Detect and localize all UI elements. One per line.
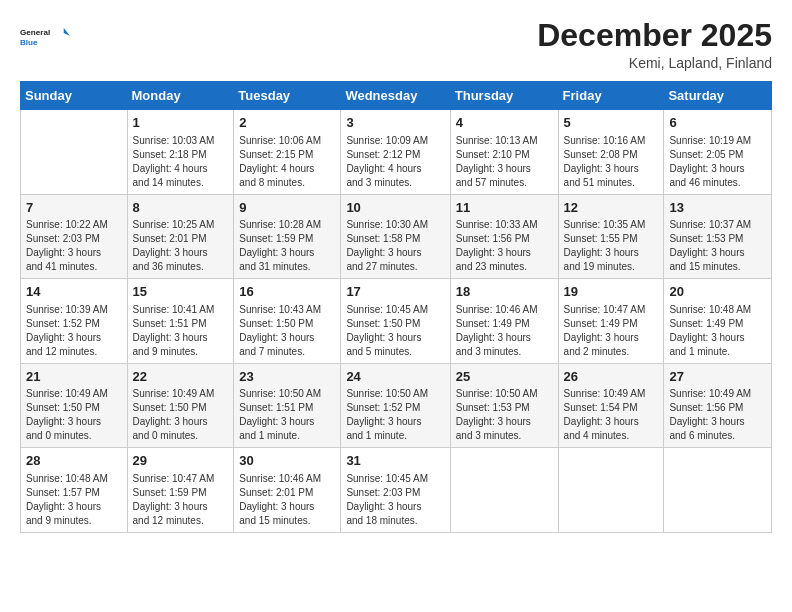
table-row: 29Sunrise: 10:47 AM Sunset: 1:59 PM Dayl… — [127, 448, 234, 533]
cell-info: Sunrise: 10:25 AM Sunset: 2:01 PM Daylig… — [133, 218, 229, 274]
day-number: 20 — [669, 283, 766, 301]
cell-info: Sunrise: 10:37 AM Sunset: 1:53 PM Daylig… — [669, 218, 766, 274]
table-row: 1Sunrise: 10:03 AM Sunset: 2:18 PM Dayli… — [127, 110, 234, 195]
day-number: 21 — [26, 368, 122, 386]
col-saturday: Saturday — [664, 82, 772, 110]
table-row: 10Sunrise: 10:30 AM Sunset: 1:58 PM Dayl… — [341, 194, 450, 279]
table-row: 14Sunrise: 10:39 AM Sunset: 1:52 PM Dayl… — [21, 279, 128, 364]
table-row: 30Sunrise: 10:46 AM Sunset: 2:01 PM Dayl… — [234, 448, 341, 533]
svg-text:Blue: Blue — [20, 38, 38, 47]
cell-info: Sunrise: 10:46 AM Sunset: 1:49 PM Daylig… — [456, 303, 553, 359]
table-row: 31Sunrise: 10:45 AM Sunset: 2:03 PM Dayl… — [341, 448, 450, 533]
table-row — [21, 110, 128, 195]
table-row: 8Sunrise: 10:25 AM Sunset: 2:01 PM Dayli… — [127, 194, 234, 279]
cell-info: Sunrise: 10:46 AM Sunset: 2:01 PM Daylig… — [239, 472, 335, 528]
day-number: 23 — [239, 368, 335, 386]
cell-info: Sunrise: 10:49 AM Sunset: 1:50 PM Daylig… — [26, 387, 122, 443]
day-number: 26 — [564, 368, 659, 386]
cell-info: Sunrise: 10:41 AM Sunset: 1:51 PM Daylig… — [133, 303, 229, 359]
col-tuesday: Tuesday — [234, 82, 341, 110]
day-number: 3 — [346, 114, 444, 132]
day-number: 18 — [456, 283, 553, 301]
day-number: 13 — [669, 199, 766, 217]
table-row: 26Sunrise: 10:49 AM Sunset: 1:54 PM Dayl… — [558, 363, 664, 448]
table-row: 18Sunrise: 10:46 AM Sunset: 1:49 PM Dayl… — [450, 279, 558, 364]
day-number: 24 — [346, 368, 444, 386]
day-number: 29 — [133, 452, 229, 470]
cell-info: Sunrise: 10:03 AM Sunset: 2:18 PM Daylig… — [133, 134, 229, 190]
day-number: 27 — [669, 368, 766, 386]
table-row: 27Sunrise: 10:49 AM Sunset: 1:56 PM Dayl… — [664, 363, 772, 448]
day-number: 25 — [456, 368, 553, 386]
day-number: 6 — [669, 114, 766, 132]
col-friday: Friday — [558, 82, 664, 110]
table-row: 2Sunrise: 10:06 AM Sunset: 2:15 PM Dayli… — [234, 110, 341, 195]
page: General Blue December 2025 Kemi, Lapland… — [0, 0, 792, 612]
table-row: 20Sunrise: 10:48 AM Sunset: 1:49 PM Dayl… — [664, 279, 772, 364]
table-row: 7Sunrise: 10:22 AM Sunset: 2:03 PM Dayli… — [21, 194, 128, 279]
day-number: 12 — [564, 199, 659, 217]
cell-info: Sunrise: 10:33 AM Sunset: 1:56 PM Daylig… — [456, 218, 553, 274]
calendar-table: Sunday Monday Tuesday Wednesday Thursday… — [20, 81, 772, 533]
day-number: 30 — [239, 452, 335, 470]
cell-info: Sunrise: 10:48 AM Sunset: 1:57 PM Daylig… — [26, 472, 122, 528]
table-row: 24Sunrise: 10:50 AM Sunset: 1:52 PM Dayl… — [341, 363, 450, 448]
cell-info: Sunrise: 10:49 AM Sunset: 1:56 PM Daylig… — [669, 387, 766, 443]
table-row: 17Sunrise: 10:45 AM Sunset: 1:50 PM Dayl… — [341, 279, 450, 364]
month-title: December 2025 — [537, 18, 772, 53]
day-number: 1 — [133, 114, 229, 132]
table-row: 15Sunrise: 10:41 AM Sunset: 1:51 PM Dayl… — [127, 279, 234, 364]
table-row: 28Sunrise: 10:48 AM Sunset: 1:57 PM Dayl… — [21, 448, 128, 533]
day-number: 9 — [239, 199, 335, 217]
cell-info: Sunrise: 10:45 AM Sunset: 1:50 PM Daylig… — [346, 303, 444, 359]
table-row: 23Sunrise: 10:50 AM Sunset: 1:51 PM Dayl… — [234, 363, 341, 448]
svg-text:General: General — [20, 28, 50, 37]
location: Kemi, Lapland, Finland — [537, 55, 772, 71]
day-number: 16 — [239, 283, 335, 301]
col-monday: Monday — [127, 82, 234, 110]
week-row-1: 7Sunrise: 10:22 AM Sunset: 2:03 PM Dayli… — [21, 194, 772, 279]
day-number: 10 — [346, 199, 444, 217]
table-row — [558, 448, 664, 533]
day-number: 8 — [133, 199, 229, 217]
day-number: 15 — [133, 283, 229, 301]
week-row-2: 14Sunrise: 10:39 AM Sunset: 1:52 PM Dayl… — [21, 279, 772, 364]
cell-info: Sunrise: 10:45 AM Sunset: 2:03 PM Daylig… — [346, 472, 444, 528]
week-row-3: 21Sunrise: 10:49 AM Sunset: 1:50 PM Dayl… — [21, 363, 772, 448]
cell-info: Sunrise: 10:49 AM Sunset: 1:54 PM Daylig… — [564, 387, 659, 443]
cell-info: Sunrise: 10:19 AM Sunset: 2:05 PM Daylig… — [669, 134, 766, 190]
cell-info: Sunrise: 10:16 AM Sunset: 2:08 PM Daylig… — [564, 134, 659, 190]
table-row: 22Sunrise: 10:49 AM Sunset: 1:50 PM Dayl… — [127, 363, 234, 448]
header: General Blue December 2025 Kemi, Lapland… — [20, 18, 772, 71]
table-row: 9Sunrise: 10:28 AM Sunset: 1:59 PM Dayli… — [234, 194, 341, 279]
table-row: 4Sunrise: 10:13 AM Sunset: 2:10 PM Dayli… — [450, 110, 558, 195]
day-number: 2 — [239, 114, 335, 132]
week-row-4: 28Sunrise: 10:48 AM Sunset: 1:57 PM Dayl… — [21, 448, 772, 533]
table-row: 3Sunrise: 10:09 AM Sunset: 2:12 PM Dayli… — [341, 110, 450, 195]
header-row: Sunday Monday Tuesday Wednesday Thursday… — [21, 82, 772, 110]
table-row: 11Sunrise: 10:33 AM Sunset: 1:56 PM Dayl… — [450, 194, 558, 279]
table-row — [450, 448, 558, 533]
cell-info: Sunrise: 10:48 AM Sunset: 1:49 PM Daylig… — [669, 303, 766, 359]
day-number: 4 — [456, 114, 553, 132]
day-number: 28 — [26, 452, 122, 470]
cell-info: Sunrise: 10:39 AM Sunset: 1:52 PM Daylig… — [26, 303, 122, 359]
day-number: 22 — [133, 368, 229, 386]
table-row: 12Sunrise: 10:35 AM Sunset: 1:55 PM Dayl… — [558, 194, 664, 279]
table-row: 19Sunrise: 10:47 AM Sunset: 1:49 PM Dayl… — [558, 279, 664, 364]
col-sunday: Sunday — [21, 82, 128, 110]
cell-info: Sunrise: 10:43 AM Sunset: 1:50 PM Daylig… — [239, 303, 335, 359]
svg-marker-2 — [64, 28, 70, 36]
day-number: 14 — [26, 283, 122, 301]
cell-info: Sunrise: 10:50 AM Sunset: 1:52 PM Daylig… — [346, 387, 444, 443]
week-row-0: 1Sunrise: 10:03 AM Sunset: 2:18 PM Dayli… — [21, 110, 772, 195]
logo-svg: General Blue — [20, 18, 70, 54]
day-number: 5 — [564, 114, 659, 132]
cell-info: Sunrise: 10:49 AM Sunset: 1:50 PM Daylig… — [133, 387, 229, 443]
day-number: 7 — [26, 199, 122, 217]
cell-info: Sunrise: 10:06 AM Sunset: 2:15 PM Daylig… — [239, 134, 335, 190]
table-row: 21Sunrise: 10:49 AM Sunset: 1:50 PM Dayl… — [21, 363, 128, 448]
day-number: 11 — [456, 199, 553, 217]
table-row — [664, 448, 772, 533]
cell-info: Sunrise: 10:09 AM Sunset: 2:12 PM Daylig… — [346, 134, 444, 190]
